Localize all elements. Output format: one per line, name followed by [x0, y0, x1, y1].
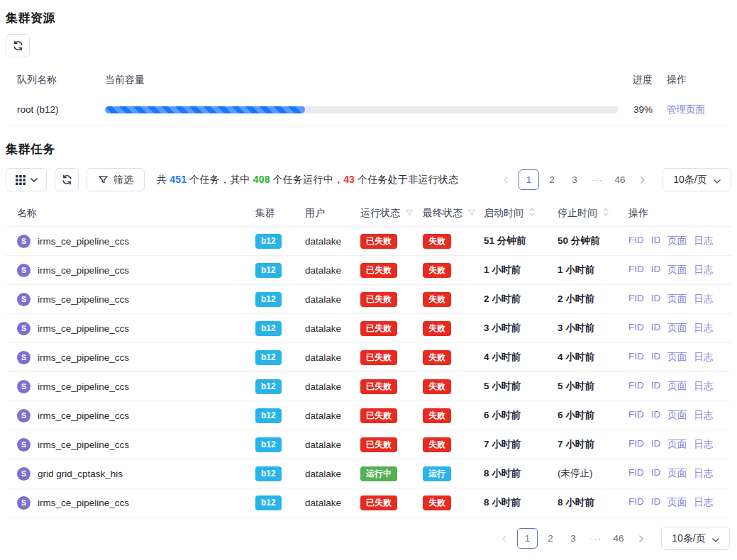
total-count: 451 — [170, 174, 187, 185]
page-size-select[interactable]: 10条/页 — [663, 168, 731, 191]
id-link[interactable]: ID — [651, 467, 661, 480]
page-link[interactable]: 页面 — [667, 264, 687, 276]
column-settings-button[interactable] — [6, 168, 47, 191]
id-link[interactable]: ID — [651, 322, 661, 335]
page-link[interactable]: 页面 — [667, 351, 687, 364]
table-row: Sgrid grid_cptask_his b12 datalake 运行中 运… — [6, 459, 731, 488]
log-link[interactable]: 日志 — [694, 293, 713, 306]
run-status-badge: 运行中 — [360, 466, 397, 481]
avatar: S — [17, 264, 31, 277]
running-count: 408 — [253, 174, 270, 185]
page-3-button[interactable]: 3 — [563, 529, 583, 549]
page-1-button[interactable]: 1 — [517, 528, 538, 549]
start-time-cell: 2 小时前 — [477, 293, 550, 306]
cluster-badge: b12 — [255, 350, 282, 365]
log-link[interactable]: 日志 — [694, 264, 713, 276]
task-name: grid grid_cptask_his — [38, 469, 123, 479]
refresh-resources-button[interactable] — [6, 34, 30, 57]
filter-funnel-icon[interactable] — [405, 208, 414, 219]
page-link[interactable]: 页面 — [667, 322, 687, 335]
page-link[interactable]: 页面 — [667, 438, 687, 451]
cluster-badge: b12 — [255, 263, 282, 278]
start-time-cell: 4 小时前 — [477, 351, 550, 364]
id-link[interactable]: ID — [651, 293, 661, 306]
id-link[interactable]: ID — [651, 438, 661, 451]
page-link[interactable]: 页面 — [667, 380, 687, 393]
table-row: Sirms_ce_pipeline_ccs b12 datalake 已失败 失… — [6, 372, 731, 401]
id-link[interactable]: ID — [651, 409, 661, 422]
stop-time-cell: (未停止) — [550, 467, 621, 480]
start-time-cell: 8 小时前 — [477, 496, 550, 509]
page: 集群资源 队列名称 当前容量 进度 操作 root (b12) 39% 管理页面… — [0, 0, 737, 550]
fid-link[interactable]: FID — [628, 351, 644, 364]
final-status-badge: 失败 — [423, 495, 451, 510]
fid-link[interactable]: FID — [628, 235, 644, 247]
page-link[interactable]: 页面 — [667, 235, 687, 247]
sort-icon[interactable] — [528, 207, 536, 219]
id-link[interactable]: ID — [651, 235, 661, 247]
page-link[interactable]: 页面 — [667, 293, 687, 306]
id-link[interactable]: ID — [651, 380, 661, 393]
log-link[interactable]: 日志 — [694, 438, 713, 451]
page-link[interactable]: 页面 — [667, 496, 687, 509]
task-name: irms_ce_pipeline_ccs — [38, 498, 129, 508]
fid-link[interactable]: FID — [628, 438, 644, 451]
page-3-button[interactable]: 3 — [565, 170, 584, 190]
page-size-label: 10条/页 — [672, 532, 705, 545]
avatar: S — [17, 467, 31, 481]
fid-link[interactable]: FID — [628, 467, 644, 480]
user-header: 用户 — [298, 207, 353, 220]
manage-page-link[interactable]: 管理页面 — [667, 104, 705, 115]
page-size-select[interactable]: 10条/页 — [661, 527, 730, 550]
page-46-button[interactable]: 46 — [609, 529, 628, 549]
page-ellipsis[interactable]: ··· — [587, 170, 607, 190]
filter-button[interactable]: 筛选 — [87, 168, 145, 191]
page-ellipsis[interactable]: ··· — [586, 529, 606, 549]
page-link[interactable]: 页面 — [667, 409, 687, 422]
next-page-button[interactable] — [631, 529, 651, 549]
table-row: Sirms_ce_pipeline_ccs b12 datalake 已失败 失… — [6, 256, 731, 285]
fid-link[interactable]: FID — [628, 264, 644, 276]
capacity-header: 当前容量 — [94, 74, 619, 86]
fid-link[interactable]: FID — [628, 496, 644, 509]
start-time-cell: 51 分钟前 — [477, 235, 550, 247]
page-2-button[interactable]: 2 — [542, 170, 562, 190]
final-status-badge: 失败 — [423, 350, 451, 365]
sort-icon[interactable] — [602, 207, 609, 219]
log-link[interactable]: 日志 — [694, 467, 713, 480]
fid-link[interactable]: FID — [628, 380, 644, 393]
log-link[interactable]: 日志 — [694, 235, 713, 247]
run-status-badge: 已失败 — [360, 292, 397, 307]
log-link[interactable]: 日志 — [694, 409, 713, 422]
refresh-tasks-button[interactable] — [55, 168, 79, 191]
page-link[interactable]: 页面 — [667, 467, 687, 480]
id-link[interactable]: ID — [651, 496, 661, 509]
next-page-button[interactable] — [633, 170, 653, 190]
fid-link[interactable]: FID — [628, 322, 644, 335]
final-status-badge: 失败 — [423, 379, 451, 394]
log-link[interactable]: 日志 — [694, 496, 713, 509]
user-cell: datalake — [298, 352, 353, 363]
run-status-badge: 已失败 — [360, 408, 397, 423]
id-link[interactable]: ID — [651, 351, 661, 364]
capacity-progress-bar — [105, 106, 619, 113]
prev-page-button[interactable] — [496, 170, 516, 190]
start-time-cell: 8 小时前 — [477, 467, 550, 480]
prev-page-button[interactable] — [494, 529, 514, 549]
page-2-button[interactable]: 2 — [541, 529, 560, 549]
avatar: S — [17, 322, 31, 335]
page-46-button[interactable]: 46 — [610, 170, 630, 190]
run-status-badge: 已失败 — [360, 379, 397, 394]
log-link[interactable]: 日志 — [694, 380, 713, 393]
fid-link[interactable]: FID — [628, 293, 644, 306]
log-link[interactable]: 日志 — [694, 322, 713, 335]
final-status-header: 最终状态 — [416, 207, 477, 220]
log-link[interactable]: 日志 — [694, 351, 713, 364]
page-1-button[interactable]: 1 — [519, 169, 539, 190]
actions-header: 操作 — [661, 74, 731, 86]
filter-funnel-icon[interactable] — [467, 208, 476, 219]
fid-link[interactable]: FID — [628, 409, 644, 422]
avatar: S — [17, 409, 31, 422]
id-link[interactable]: ID — [651, 264, 661, 276]
run-status-badge: 已失败 — [360, 263, 397, 278]
